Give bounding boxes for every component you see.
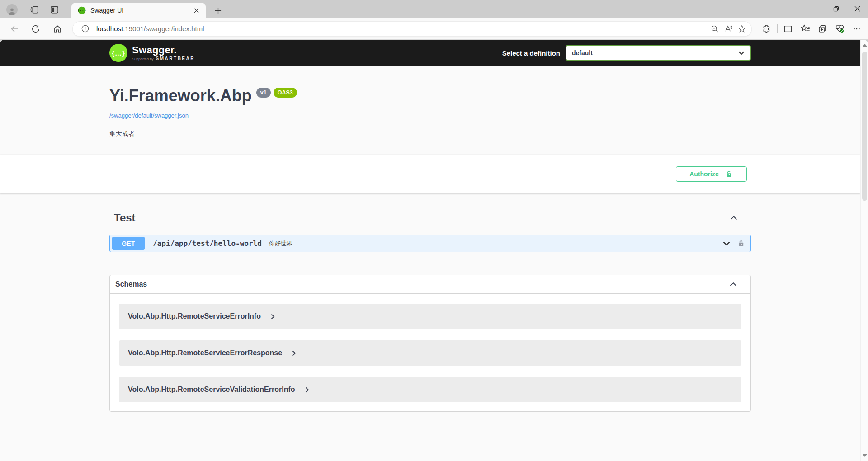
toolbar-right-icons bbox=[758, 21, 865, 37]
schema-name: Volo.Abp.Http.RemoteServiceValidationErr… bbox=[128, 386, 295, 394]
new-tab-icon[interactable] bbox=[212, 4, 224, 17]
tag-header-test[interactable]: Test bbox=[109, 207, 751, 229]
swagger-page: {…} Swagger. Supported by SMARTBEAR Sele… bbox=[0, 40, 860, 461]
workspaces-icon[interactable] bbox=[28, 3, 41, 16]
profile-avatar-icon[interactable] bbox=[5, 3, 18, 16]
avatar bbox=[6, 4, 18, 15]
chevron-right-icon bbox=[271, 314, 275, 320]
page-info-icon[interactable] bbox=[78, 22, 92, 36]
swagger-logo[interactable]: {…} Swagger. Supported by SMARTBEAR bbox=[109, 44, 195, 62]
chevron-right-icon bbox=[292, 350, 296, 356]
schemas-title: Schemas bbox=[115, 280, 147, 288]
schemas-section: Schemas Volo.Abp.Http.RemoteServiceError… bbox=[109, 275, 751, 412]
brand-name: Swagger. bbox=[132, 45, 195, 55]
authorize-button-label: Authorize bbox=[689, 170, 719, 178]
definition-select-value: default bbox=[572, 49, 593, 56]
operation-path: /api/app/test/hello-world bbox=[153, 239, 262, 248]
method-badge: GET bbox=[112, 237, 145, 250]
oas3-badge: OAS3 bbox=[274, 88, 297, 98]
schema-row[interactable]: Volo.Abp.Http.RemoteServiceErrorResponse bbox=[119, 340, 741, 366]
restore-icon[interactable] bbox=[826, 0, 847, 17]
url-host: localhost bbox=[96, 25, 123, 33]
scrollbar-thumb[interactable] bbox=[862, 52, 867, 201]
page-scrollbar[interactable] bbox=[860, 40, 868, 461]
chevron-up-icon[interactable] bbox=[730, 216, 737, 220]
schemas-header[interactable]: Schemas bbox=[110, 275, 750, 294]
schema-name: Volo.Abp.Http.RemoteServiceErrorInfo bbox=[128, 312, 261, 320]
collections-icon[interactable] bbox=[814, 21, 831, 37]
url-text[interactable]: localhost:19001/swagger/index.html bbox=[96, 25, 708, 33]
schema-name: Volo.Abp.Http.RemoteServiceErrorResponse bbox=[128, 349, 282, 357]
split-screen-icon[interactable] bbox=[779, 21, 797, 37]
window-controls bbox=[804, 0, 868, 17]
back-icon[interactable] bbox=[6, 21, 22, 37]
more-options-icon[interactable] bbox=[848, 21, 865, 37]
api-description: 集大成者 bbox=[109, 130, 751, 138]
definition-select[interactable]: default bbox=[566, 45, 751, 61]
api-title: Yi.Framework.Abp bbox=[109, 87, 252, 105]
api-info-section: Yi.Framework.Abp v1 OAS3 /swagger/defaul… bbox=[0, 66, 860, 155]
version-badge: v1 bbox=[256, 88, 271, 98]
home-icon[interactable] bbox=[50, 21, 65, 37]
browser-tab[interactable]: {··} Swagger UI bbox=[71, 3, 206, 18]
zoom-out-icon[interactable] bbox=[708, 22, 722, 36]
swagger-brand-text: Swagger. Supported by SMARTBEAR bbox=[132, 45, 195, 61]
definition-selector-group: Select a definition default bbox=[502, 45, 751, 61]
operations-section: Test GET /api/app/test/hello-world 你好世界 bbox=[0, 207, 860, 252]
definition-select-label: Select a definition bbox=[502, 49, 560, 57]
close-window-icon[interactable] bbox=[847, 0, 868, 17]
chevron-up-icon[interactable] bbox=[730, 282, 737, 287]
swagger-logo-icon: {…} bbox=[109, 44, 127, 62]
scheme-container: Authorize bbox=[0, 155, 860, 193]
chevron-down-icon[interactable] bbox=[723, 241, 730, 246]
unlock-icon bbox=[725, 170, 733, 178]
tab-title: Swagger UI bbox=[90, 7, 191, 14]
chevron-right-icon bbox=[305, 387, 309, 393]
minimize-icon[interactable] bbox=[804, 0, 826, 17]
scroll-down-arrow[interactable] bbox=[862, 454, 868, 457]
opblock-get-hello-world[interactable]: GET /api/app/test/hello-world 你好世界 bbox=[109, 235, 751, 252]
tab-actions-icon[interactable] bbox=[48, 3, 61, 16]
tagline-prefix: Supported by bbox=[132, 57, 154, 61]
toolbar-divider bbox=[777, 24, 778, 33]
unlock-icon[interactable] bbox=[737, 240, 745, 247]
favorite-star-icon[interactable] bbox=[735, 22, 749, 36]
swagger-favicon: {··} bbox=[78, 6, 86, 14]
address-bar[interactable]: localhost:19001/swagger/index.html bbox=[72, 21, 752, 37]
tag-title: Test bbox=[114, 212, 136, 224]
schemas-list: Volo.Abp.Http.RemoteServiceErrorInfo Vol… bbox=[110, 294, 750, 411]
refresh-icon[interactable] bbox=[28, 21, 43, 37]
titlebar: {··} Swagger UI bbox=[0, 0, 868, 18]
close-tab-icon[interactable] bbox=[191, 5, 201, 15]
tagline-name: SMARTBEAR bbox=[156, 56, 195, 61]
operation-summary: 你好世界 bbox=[269, 240, 723, 248]
swagger-logo-glyph: {…} bbox=[112, 49, 125, 57]
swagger-topbar: {…} Swagger. Supported by SMARTBEAR Sele… bbox=[0, 40, 860, 66]
chevron-down-icon bbox=[738, 51, 745, 55]
extensions-icon[interactable] bbox=[758, 21, 775, 37]
favorites-bar-icon[interactable] bbox=[797, 21, 814, 37]
authorize-button[interactable]: Authorize bbox=[676, 166, 747, 182]
url-path: :19001/swagger/index.html bbox=[123, 25, 204, 33]
web-content: {…} Swagger. Supported by SMARTBEAR Sele… bbox=[0, 40, 868, 461]
schema-row[interactable]: Volo.Abp.Http.RemoteServiceValidationErr… bbox=[119, 377, 741, 402]
brand-tagline: Supported by SMARTBEAR bbox=[132, 56, 195, 61]
scroll-up-arrow[interactable] bbox=[862, 44, 868, 47]
spec-url-link[interactable]: /swagger/default/swagger.json bbox=[109, 112, 189, 119]
read-aloud-icon[interactable] bbox=[722, 22, 735, 36]
browser-essentials-icon[interactable] bbox=[831, 21, 848, 37]
browser-toolbar: localhost:19001/swagger/index.html bbox=[0, 18, 868, 40]
svg-text:{··}: {··} bbox=[78, 9, 86, 13]
browser-window: {··} Swagger UI bbox=[0, 0, 868, 461]
schema-row[interactable]: Volo.Abp.Http.RemoteServiceErrorInfo bbox=[119, 304, 741, 329]
